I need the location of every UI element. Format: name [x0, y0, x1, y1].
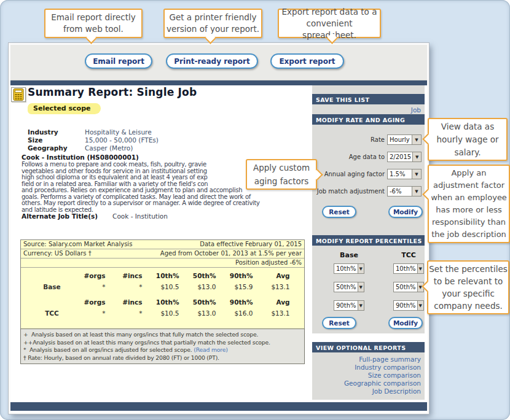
size-comparison-link[interactable]: Size comparison [368, 371, 421, 379]
tcc-percentile-2-value: 50th% [394, 282, 417, 292]
size-value: 15,000 - 50,000 (FTEs) [85, 136, 159, 144]
table-corner-cell [33, 271, 71, 281]
tcc-percentile-2-select[interactable]: 50th%▼ [393, 282, 424, 292]
source-label: Source: Salary.com Market Analysis [23, 241, 132, 247]
table-header-cell: #orgs [73, 297, 108, 307]
tcc-percentile-1-select[interactable]: 10th%▼ [393, 263, 424, 274]
table-cell: $13.1 [257, 308, 292, 318]
footnotes-box: + Analysis based on at least this many o… [20, 329, 305, 364]
table-cell: $16.0 [220, 308, 256, 318]
rate-aging-modify-button[interactable]: Modify [388, 206, 423, 218]
job-link[interactable]: Job [411, 106, 421, 114]
email-report-button[interactable]: Email report [85, 53, 152, 69]
table-header-cell: #orgs [73, 271, 108, 281]
dropdown-arrow-icon: ▼ [358, 264, 364, 273]
annual-aging-factor-select[interactable]: 1.5%▼ [387, 169, 422, 179]
footnote-text: * Analysis based on all orgs/incs adjust… [23, 346, 194, 353]
row-label-cell: TCC [33, 308, 71, 318]
table-adjusted-row: Position adjusted -6% [21, 259, 304, 268]
alternate-job-title-label: Alternate Job Title(s) [22, 212, 98, 220]
age-data-to-select[interactable]: 2/2015▼ [387, 152, 422, 162]
table-cell: $13.0 [183, 282, 219, 292]
industry-value: Hospitality & Leisure [85, 128, 152, 136]
rate-callout: View data as hourly wage or salary. [428, 118, 508, 161]
full-page-summary-link[interactable]: Full-page summary [359, 356, 421, 363]
footnote-line: ++Analysis based on at least this many o… [23, 339, 302, 347]
job-description-link[interactable]: Job Description [372, 387, 421, 395]
read-more-link[interactable]: (Read more) [194, 346, 227, 353]
table-corner-cell [33, 297, 71, 307]
table-header-row: #orgs #incs 10th% 50th% 90th% Avg [33, 297, 292, 307]
base-percentile-3-select[interactable]: 90th%▼ [334, 300, 364, 311]
table-cell: * [73, 308, 108, 318]
save-this-list-header: SAVE THIS LIST [312, 94, 425, 104]
tcc-percentile-1-value: 10th% [394, 264, 417, 273]
base-percentile-1-select[interactable]: 10th%▼ [334, 263, 364, 274]
industry-label: Industry [28, 128, 85, 136]
percentiles-modify-button[interactable]: Modify [388, 317, 423, 329]
tcc-column-header: TCC [393, 251, 424, 259]
table-header-cell: 10th% [146, 297, 182, 307]
table-cell: $10.5 [146, 282, 182, 292]
dropdown-arrow-icon: ▼ [417, 264, 424, 273]
aging-factors-callout: Apply custom aging factors [246, 159, 317, 190]
export-report-button[interactable]: Export report [270, 53, 344, 69]
page-background: Email report Print-ready report Export r… [0, 0, 510, 420]
job-title-heading: Cook - Institution (HS08000001) [22, 154, 139, 161]
email-callout: Email report directly from web tool. [44, 9, 143, 38]
table-currency-row: Currency: US Dollars † Aged from October… [21, 249, 304, 259]
table-header-row: #orgs #incs 10th% 50th% 90th% Avg [33, 271, 292, 281]
dropdown-arrow-icon: ▼ [358, 301, 364, 310]
rate-aging-reset-button[interactable]: Reset [322, 206, 356, 218]
dropdown-arrow-icon: ▼ [412, 135, 421, 144]
scope-row-geography: GeographyCasper (Metro) [28, 144, 133, 152]
print-ready-report-button[interactable]: Print-ready report [166, 53, 258, 69]
aged-from-label: Aged from October 01, 2013 at 1.5% per y… [160, 250, 302, 257]
alternate-job-title-value: Cook - Institution [112, 212, 168, 220]
geographic-comparison-link[interactable]: Geographic comparison [344, 379, 421, 387]
table-spacer-row [33, 293, 292, 296]
scope-row-industry: IndustryHospitality & Leisure [28, 128, 152, 136]
print-callout-text: Get a printer friendly version of your r… [167, 12, 259, 35]
table-header-cell: 50th% [183, 297, 219, 307]
table-cell: $10.5 [146, 308, 182, 318]
percentiles-callout: Set the percentiles to be relevant to yo… [427, 260, 509, 314]
view-optional-reports-header: VIEW OPTIONAL REPORTS [312, 342, 425, 352]
footnote-line: † Rate: Hourly, based on annual rate div… [23, 354, 302, 362]
tcc-percentile-3-value: 90th% [394, 301, 417, 310]
industry-comparison-link[interactable]: Industry comparison [355, 364, 421, 371]
size-label: Size [28, 136, 85, 144]
table-header-cell: Avg [257, 271, 292, 281]
percentiles-reset-button[interactable]: Reset [322, 317, 356, 329]
rate-value: Hourly [388, 135, 412, 144]
top-divider-bar [10, 80, 427, 85]
tcc-percentile-3-select[interactable]: 90th%▼ [393, 300, 424, 311]
selected-scope-tag: Selected scope [28, 103, 101, 114]
report-window: Email report Print-ready report Export r… [9, 43, 429, 414]
footnote-line: + Analysis based on at least this many o… [23, 331, 302, 339]
dropdown-arrow-icon: ▼ [412, 169, 421, 179]
dropdown-arrow-icon: ▼ [417, 301, 424, 310]
table-header-cell: 50th% [183, 271, 219, 281]
table-row-base: Base * * $10.5 $13.0 $15.9 $13.1 [33, 282, 292, 292]
rate-callout-text: View data as hourly wage or salary. [436, 120, 498, 159]
base-percentile-2-select[interactable]: 50th%▼ [334, 282, 364, 292]
base-percentile-2-value: 50th% [334, 282, 358, 292]
data-effective-label: Data effective February 01, 2015 [200, 241, 302, 247]
table-header-cell: 10th% [146, 271, 182, 281]
dropdown-arrow-icon: ▼ [358, 282, 364, 292]
alternate-job-title-row: Alternate Job Title(s)Cook - Institution [22, 212, 168, 220]
table-source-row: Source: Salary.com Market Analysis Data … [21, 240, 304, 249]
base-column-header: Base [334, 251, 364, 259]
job-match-adjustment-select[interactable]: -6%▼ [387, 186, 422, 196]
bottom-divider-bar [10, 402, 427, 411]
table-cell: * [109, 282, 145, 292]
rate-select[interactable]: Hourly▼ [387, 134, 422, 145]
market-analysis-table: Source: Salary.com Market Analysis Data … [20, 239, 305, 333]
table-row-tcc: TCC * * $10.5 $13.0 $16.0 $13.1 [33, 308, 292, 318]
table-cell: * [109, 308, 145, 318]
aging-factors-callout-text: Apply custom aging factors [253, 161, 310, 188]
table-header-cell: #incs [109, 271, 145, 281]
pay-data-table: #orgs #incs 10th% 50th% 90th% Avg Base *… [32, 270, 294, 319]
adjustment-callout-text: Apply an adjustment factor when an emplo… [431, 167, 507, 241]
